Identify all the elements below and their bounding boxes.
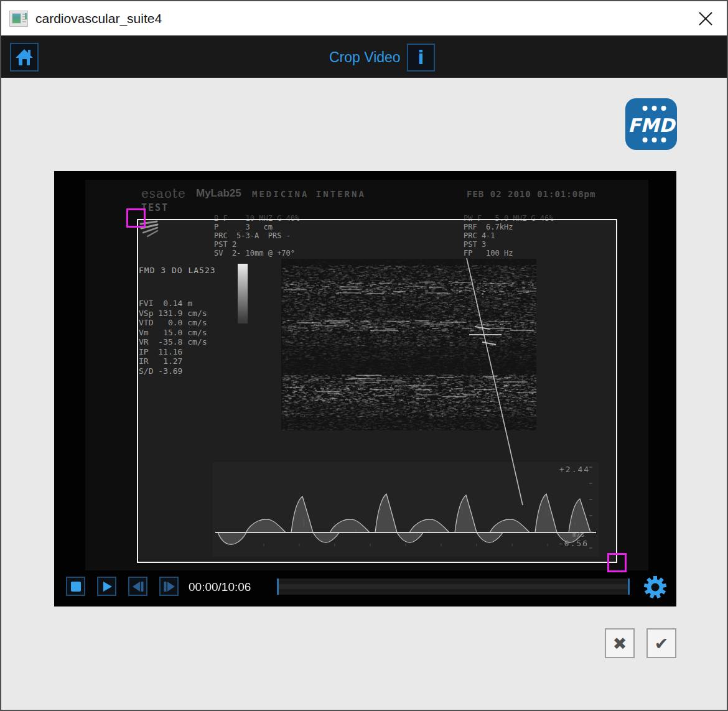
playback-controls: 00:00/10:06 [54, 572, 676, 606]
crop-handle-bottom-right[interactable] [607, 553, 627, 572]
stop-icon [71, 582, 81, 592]
progress-bar[interactable] [277, 579, 630, 595]
title-bar: cardiovascular_suite4 [1, 1, 727, 35]
fmd-logo-dots-top [642, 106, 666, 111]
play-icon [101, 581, 113, 592]
crop-video-label: Crop Video [329, 49, 401, 66]
home-button[interactable] [10, 43, 39, 72]
progress-start-marker [277, 579, 279, 595]
crop-handle-top-left[interactable] [126, 208, 146, 228]
info-icon: i [418, 49, 424, 67]
app-icon-image [12, 13, 21, 24]
close-button[interactable] [689, 4, 722, 34]
close-icon [698, 11, 714, 27]
application-window: cardiovascular_suite4 Crop Video i FMD e… [0, 0, 728, 711]
progress-track [277, 584, 630, 589]
app-icon [9, 11, 28, 27]
step-backward-button[interactable] [128, 577, 147, 596]
window-title: cardiovascular_suite4 [35, 11, 162, 26]
fmd-logo-text: FMD [625, 114, 677, 136]
progress-end-marker [628, 579, 630, 595]
info-button[interactable]: i [407, 44, 435, 72]
step-backward-icon [132, 581, 144, 592]
cancel-icon: ✖ [613, 634, 627, 653]
play-button[interactable] [97, 577, 116, 596]
step-forward-icon [163, 581, 175, 592]
fmd-logo-dots-bottom [642, 137, 666, 142]
toolbar: Crop Video i [1, 35, 727, 78]
gear-icon [643, 575, 667, 599]
video-area: esaote MyLab25 MEDICINA INTERNA FEB 02 2… [54, 171, 676, 606]
step-forward-button[interactable] [159, 577, 179, 596]
settings-button[interactable] [643, 575, 668, 600]
confirm-icon: ✔ [655, 634, 669, 653]
crop-rectangle[interactable] [137, 219, 617, 563]
time-display: 00:00/10:06 [189, 580, 251, 594]
home-icon [14, 47, 34, 67]
stop-button[interactable] [66, 577, 85, 596]
cancel-button[interactable]: ✖ [605, 628, 635, 658]
app-icon-strip [25, 13, 27, 19]
confirm-button[interactable]: ✔ [646, 628, 676, 658]
fmd-logo: FMD [625, 98, 677, 150]
